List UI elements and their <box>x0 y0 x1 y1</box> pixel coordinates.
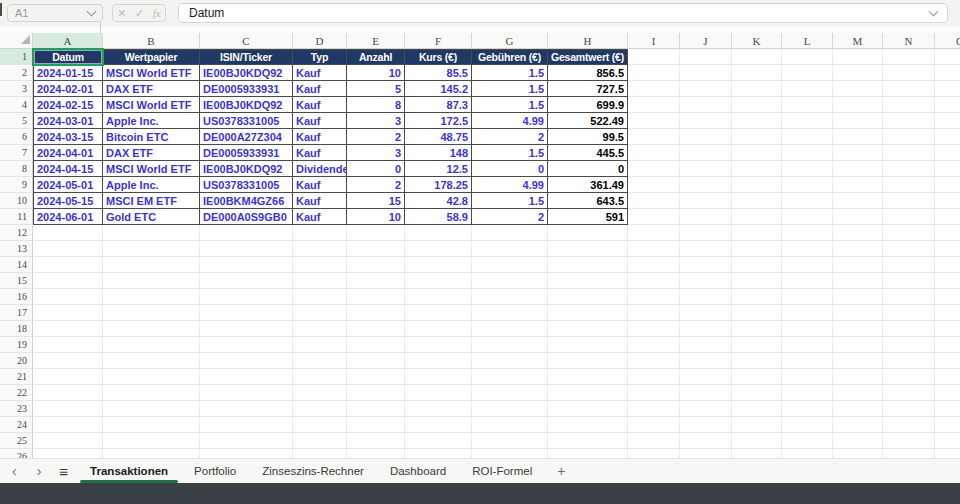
cell-G13[interactable] <box>472 241 548 257</box>
cell-F15[interactable] <box>405 273 472 289</box>
sheet-tab-roi-formel[interactable]: ROI-Formel <box>459 459 545 484</box>
cell-D21[interactable] <box>293 369 347 385</box>
cell-B20[interactable] <box>103 353 200 369</box>
cell-J14[interactable] <box>680 257 732 273</box>
cell-D2[interactable]: Kauf <box>293 65 347 81</box>
cell-M19[interactable] <box>833 337 883 353</box>
cell-M13[interactable] <box>833 241 883 257</box>
cell-B5[interactable]: Apple Inc. <box>103 113 200 129</box>
cell-A9[interactable]: 2024-05-01 <box>33 177 103 193</box>
cell-J12[interactable] <box>680 225 732 241</box>
cell-E17[interactable] <box>347 305 405 321</box>
cell-O22[interactable] <box>935 385 960 401</box>
row-header-6[interactable]: 6 <box>0 129 33 145</box>
cell-A7[interactable]: 2024-04-01 <box>33 145 103 161</box>
cell-H6[interactable]: 99.5 <box>548 129 628 145</box>
cell-L4[interactable] <box>782 97 833 113</box>
cell-H23[interactable] <box>548 401 628 417</box>
cell-J18[interactable] <box>680 321 732 337</box>
cell-J3[interactable] <box>680 81 732 97</box>
cell-E4[interactable]: 8 <box>347 97 405 113</box>
cell-C26[interactable] <box>200 449 293 458</box>
cell-H13[interactable] <box>548 241 628 257</box>
cell-E25[interactable] <box>347 433 405 449</box>
sheet-tab-dashboard[interactable]: Dashboard <box>377 459 459 484</box>
cell-J21[interactable] <box>680 369 732 385</box>
cell-A19[interactable] <box>33 337 103 353</box>
cell-C2[interactable]: IE00BJ0KDQ92 <box>200 65 293 81</box>
column-header-J[interactable]: J <box>680 33 732 49</box>
cell-F10[interactable]: 42.8 <box>405 193 472 209</box>
cell-J4[interactable] <box>680 97 732 113</box>
cell-C3[interactable]: DE0005933931 <box>200 81 293 97</box>
cell-C18[interactable] <box>200 321 293 337</box>
cell-F16[interactable] <box>405 289 472 305</box>
cell-F20[interactable] <box>405 353 472 369</box>
cell-G4[interactable]: 1.5 <box>472 97 548 113</box>
cell-N19[interactable] <box>883 337 935 353</box>
cell-H2[interactable]: 856.5 <box>548 65 628 81</box>
cell-N10[interactable] <box>883 193 935 209</box>
cell-I22[interactable] <box>628 385 680 401</box>
cell-I8[interactable] <box>628 161 680 177</box>
cell-F1[interactable]: Kurs (€) <box>405 49 472 65</box>
cell-H25[interactable] <box>548 433 628 449</box>
cell-G12[interactable] <box>472 225 548 241</box>
cell-G2[interactable]: 1.5 <box>472 65 548 81</box>
cell-I21[interactable] <box>628 369 680 385</box>
row-header-14[interactable]: 14 <box>0 257 33 273</box>
cell-M26[interactable] <box>833 449 883 458</box>
cell-M4[interactable] <box>833 97 883 113</box>
cell-O1[interactable] <box>935 49 960 65</box>
tab-nav-back-icon[interactable]: ‹ <box>10 459 19 484</box>
cell-D3[interactable]: Kauf <box>293 81 347 97</box>
cell-G17[interactable] <box>472 305 548 321</box>
cell-M20[interactable] <box>833 353 883 369</box>
row-header-25[interactable]: 25 <box>0 433 33 449</box>
cell-K7[interactable] <box>732 145 782 161</box>
cell-G16[interactable] <box>472 289 548 305</box>
function-icon[interactable]: fx <box>153 7 161 19</box>
cell-C14[interactable] <box>200 257 293 273</box>
cell-K16[interactable] <box>732 289 782 305</box>
cell-F8[interactable]: 12.5 <box>405 161 472 177</box>
row-header-13[interactable]: 13 <box>0 241 33 257</box>
cell-K14[interactable] <box>732 257 782 273</box>
cell-H7[interactable]: 445.5 <box>548 145 628 161</box>
row-header-8[interactable]: 8 <box>0 161 33 177</box>
cell-N9[interactable] <box>883 177 935 193</box>
cell-K17[interactable] <box>732 305 782 321</box>
cell-F24[interactable] <box>405 417 472 433</box>
row-header-19[interactable]: 19 <box>0 337 33 353</box>
cell-B17[interactable] <box>103 305 200 321</box>
row-header-12[interactable]: 12 <box>0 225 33 241</box>
cell-D11[interactable]: Kauf <box>293 209 347 225</box>
column-header-O[interactable]: O <box>935 33 960 49</box>
cell-B2[interactable]: MSCI World ETF <box>103 65 200 81</box>
cell-A4[interactable]: 2024-02-15 <box>33 97 103 113</box>
cell-A17[interactable] <box>33 305 103 321</box>
cell-F11[interactable]: 58.9 <box>405 209 472 225</box>
cell-C17[interactable] <box>200 305 293 321</box>
cell-J17[interactable] <box>680 305 732 321</box>
cell-L6[interactable] <box>782 129 833 145</box>
cell-C19[interactable] <box>200 337 293 353</box>
cell-D5[interactable]: Kauf <box>293 113 347 129</box>
cell-H16[interactable] <box>548 289 628 305</box>
cell-A6[interactable]: 2024-03-15 <box>33 129 103 145</box>
cell-F26[interactable] <box>405 449 472 458</box>
column-header-K[interactable]: K <box>732 33 782 49</box>
column-header-D[interactable]: D <box>293 33 347 49</box>
cell-F9[interactable]: 178.25 <box>405 177 472 193</box>
cell-D12[interactable] <box>293 225 347 241</box>
cell-I20[interactable] <box>628 353 680 369</box>
cell-M12[interactable] <box>833 225 883 241</box>
cell-E23[interactable] <box>347 401 405 417</box>
cell-I26[interactable] <box>628 449 680 458</box>
row-header-7[interactable]: 7 <box>0 145 33 161</box>
cell-A21[interactable] <box>33 369 103 385</box>
cell-D1[interactable]: Typ <box>293 49 347 65</box>
cell-D8[interactable]: Dividende <box>293 161 347 177</box>
cell-A24[interactable] <box>33 417 103 433</box>
cell-F22[interactable] <box>405 385 472 401</box>
